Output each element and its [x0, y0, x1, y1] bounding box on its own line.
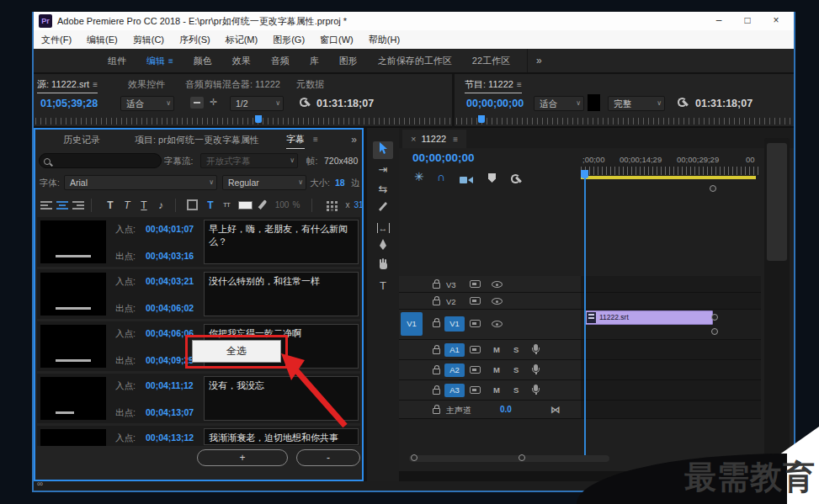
- mute-button[interactable]: M: [493, 385, 500, 395]
- position-grid-icon[interactable]: [327, 201, 329, 204]
- nest-sequence-icon[interactable]: ✳: [414, 170, 424, 183]
- workspace-tab-assembly[interactable]: 组件: [98, 49, 136, 72]
- lock-icon[interactable]: [433, 348, 440, 354]
- sync-lock-icon[interactable]: [470, 280, 481, 288]
- workspace-tab-libraries[interactable]: 库: [300, 49, 329, 72]
- solo-button[interactable]: S: [513, 385, 519, 395]
- caption-thumbnail[interactable]: [40, 273, 106, 316]
- panel-overflow-icon[interactable]: »: [351, 130, 357, 150]
- caps-button[interactable]: TT: [219, 198, 234, 213]
- source-patch-badge[interactable]: V1: [401, 312, 423, 336]
- menu-sequence[interactable]: 序列(S): [172, 30, 218, 49]
- solo-button[interactable]: S: [513, 365, 519, 374]
- timeline-settings-icon[interactable]: [510, 173, 522, 185]
- font-style-dropdown[interactable]: Regular∨: [222, 175, 306, 190]
- track-select-tool[interactable]: ⇥: [373, 161, 393, 178]
- in-point-value[interactable]: 00;04;11;12: [146, 380, 194, 390]
- scrollbar-handle[interactable]: [411, 454, 417, 461]
- menu-help[interactable]: 帮助(H): [361, 30, 407, 49]
- source-zoom-dropdown[interactable]: 1/2∨: [230, 96, 284, 111]
- x-position-value[interactable]: 31: [352, 198, 362, 213]
- vertical-scrollbar[interactable]: [764, 138, 790, 458]
- workspace-tab-audio[interactable]: 音频: [261, 49, 300, 72]
- workspace-tab-color[interactable]: 颜色: [183, 49, 222, 72]
- mute-button[interactable]: M: [493, 365, 500, 374]
- caption-entry[interactable]: 入点: 00;04;01;07 出点: 00;04;03;16 早上好，嗨，老朋…: [37, 217, 360, 267]
- bold-button[interactable]: T: [103, 198, 118, 213]
- vertical-scrollbar-thumb[interactable]: [767, 143, 787, 261]
- solo-button[interactable]: S: [513, 345, 519, 354]
- master-level-value[interactable]: 0.0: [500, 405, 512, 414]
- sync-lock-icon[interactable]: [470, 297, 481, 305]
- hand-tool[interactable]: [373, 257, 393, 275]
- track-target-badge[interactable]: A2: [444, 363, 465, 377]
- caption-thumbnail[interactable]: [40, 429, 106, 446]
- lock-icon[interactable]: [433, 369, 440, 374]
- track-content-v2[interactable]: [581, 293, 761, 310]
- font-size-value[interactable]: 18: [335, 178, 345, 188]
- panel-menu-icon[interactable]: ≡: [517, 80, 522, 89]
- sync-lock-icon[interactable]: [470, 320, 481, 327]
- track-target-badge[interactable]: V1: [444, 316, 465, 332]
- panel-menu-icon[interactable]: ≡: [93, 80, 98, 89]
- align-left-icon[interactable]: [40, 200, 53, 210]
- menu-window[interactable]: 窗口(W): [312, 30, 361, 49]
- out-point-value[interactable]: 00;04;03;16: [146, 251, 194, 261]
- color-swatch[interactable]: [238, 201, 253, 210]
- timeline-sequence-tab[interactable]: ×11222≡: [402, 130, 466, 148]
- playhead[interactable]: [581, 170, 588, 178]
- caption-thumbnail[interactable]: [40, 220, 106, 263]
- search-input[interactable]: [39, 153, 162, 168]
- drag-video-icon[interactable]: ✛: [210, 97, 217, 108]
- type-tool[interactable]: T: [373, 277, 393, 294]
- maximize-button[interactable]: □: [733, 12, 762, 30]
- track-name[interactable]: V2: [446, 297, 456, 306]
- menu-graphics[interactable]: 图形(G): [265, 30, 312, 49]
- select-all-menu-item[interactable]: 全选: [192, 340, 281, 363]
- title-bar[interactable]: Pr Adobe Premiere Pro CC 2018 - E:\prr\p…: [34, 12, 794, 30]
- bowtie-fit-icon[interactable]: ⋈: [550, 404, 561, 416]
- program-playhead-marker[interactable]: [478, 115, 485, 123]
- horizontal-scrollbar[interactable]: [409, 455, 609, 462]
- mic-icon[interactable]: [534, 364, 538, 371]
- track-handle-dot[interactable]: [711, 328, 718, 335]
- caption-text-field[interactable]: 没什么特别的，和往常一样: [204, 272, 359, 316]
- workspace-tab-editing[interactable]: 编辑≡: [136, 49, 183, 72]
- ripple-edit-tool[interactable]: ⇆: [373, 180, 393, 198]
- timeline-ruler[interactable]: [581, 167, 759, 175]
- pen-tool[interactable]: [373, 238, 393, 256]
- workspace-tab-22[interactable]: 22工作区: [462, 49, 520, 72]
- in-point-value[interactable]: 00;04;01;07: [146, 224, 194, 234]
- sync-lock-icon[interactable]: [470, 346, 481, 353]
- timeline-clip[interactable]: 11222.srt: [584, 310, 713, 325]
- track-content-a1[interactable]: [581, 340, 761, 360]
- lock-icon[interactable]: [433, 389, 440, 395]
- lock-icon[interactable]: [433, 283, 440, 289]
- selection-tool[interactable]: [373, 141, 393, 159]
- track-target-badge[interactable]: A1: [444, 343, 465, 357]
- snap-magnet-icon[interactable]: ∩: [437, 170, 445, 183]
- track-content-a2[interactable]: [581, 360, 761, 380]
- eye-icon[interactable]: [492, 281, 503, 288]
- add-caption-button[interactable]: +: [197, 449, 288, 466]
- workspace-menu-icon[interactable]: ≡: [168, 56, 173, 66]
- source-fit-dropdown[interactable]: 适合∨: [120, 96, 174, 111]
- tab-source-monitor[interactable]: 源: 11222.srt≡: [37, 78, 98, 93]
- zoom-handle[interactable]: [710, 185, 716, 192]
- caption-text-field[interactable]: 早上好，嗨，老朋友，有什么新闻么？: [204, 220, 359, 264]
- track-content-v3[interactable]: [581, 276, 761, 293]
- lock-icon[interactable]: [433, 300, 440, 305]
- panel-menu-icon[interactable]: ≡: [453, 135, 458, 144]
- close-sequence-icon[interactable]: ×: [411, 134, 416, 144]
- mic-icon[interactable]: [534, 385, 538, 391]
- creative-cloud-icon[interactable]: ∞: [37, 479, 43, 488]
- in-point-value[interactable]: 00;04;03;21: [146, 276, 194, 286]
- tab-captions[interactable]: 字幕: [286, 130, 305, 149]
- caption-entry[interactable]: 入点: 00;04;03;21 出点: 00;04;06;02 没什么特别的，和…: [37, 269, 360, 319]
- tab-project[interactable]: 项目: pr如何统一更改字幕属性: [135, 130, 259, 150]
- menu-markers[interactable]: 标记(M): [218, 30, 266, 49]
- wrench-icon[interactable]: [299, 97, 311, 109]
- menu-clip[interactable]: 剪辑(C): [125, 30, 172, 49]
- slip-tool[interactable]: ↔: [373, 219, 393, 236]
- text-fill-button[interactable]: T: [203, 198, 218, 213]
